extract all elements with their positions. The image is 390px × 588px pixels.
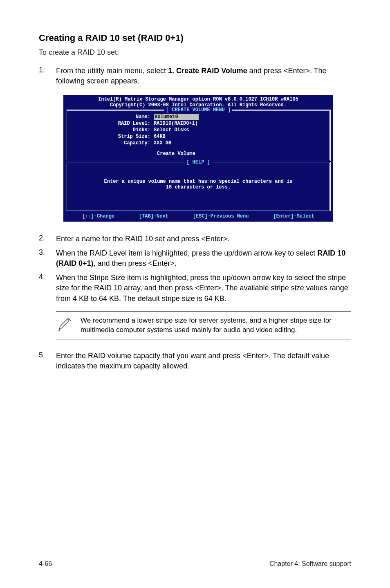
- chapter-title: Chapter 4: Software support: [269, 560, 351, 568]
- step-number: 5.: [39, 351, 56, 371]
- capacity-label: Capacity:: [72, 140, 154, 146]
- page-heading: Creating a RAID 10 set (RAID 0+1): [39, 33, 351, 43]
- bios-title: Intel(R) Matrix Storage Manager option R…: [66, 97, 331, 102]
- step3-suffix: , and then press <Enter>.: [94, 259, 177, 267]
- step-text: When the RAID Level item is highlighted,…: [56, 248, 351, 269]
- step1-bold: 1. Create RAID Volume: [168, 67, 247, 75]
- raid-level-label: RAID Level:: [72, 121, 154, 126]
- name-field[interactable]: Volume10: [154, 114, 325, 120]
- help-frame: [ HELP ] Enter a unique volume name that…: [66, 162, 331, 211]
- step-text: From the utility main menu, select 1. Cr…: [56, 66, 351, 86]
- page-footer: 4-66 Chapter 4: Software support: [39, 560, 351, 568]
- footer-prev: [ESC]-Previous Menu: [193, 213, 249, 219]
- step-text: When the Stripe Size item is highlighted…: [56, 273, 351, 304]
- bios-screenshot: Intel(R) Matrix Storage Manager option R…: [63, 95, 333, 222]
- step-number: 4.: [39, 273, 56, 304]
- help-legend: [ HELP ]: [185, 159, 212, 165]
- step3-prefix: When the RAID Level item is highlighted,…: [56, 249, 317, 257]
- name-label: Name:: [72, 114, 154, 120]
- disks-label: Disks:: [72, 127, 154, 133]
- note-box: We recommend a lower stripe size for ser…: [56, 311, 351, 340]
- strip-size-label: Strip Size:: [72, 134, 154, 139]
- step-number: 2.: [39, 234, 56, 244]
- create-volume-legend: [ CREATE VOLUME MENU ]: [164, 107, 232, 113]
- step-number: 1.: [39, 66, 56, 86]
- bios-footer: [↑↓]-Change [TAB]-Next [ESC]-Previous Me…: [66, 212, 331, 222]
- footer-select: [Enter]-Select: [273, 213, 314, 219]
- help-line2: 16 characters or less.: [72, 184, 325, 190]
- help-line1: Enter a unique volume name that has no s…: [72, 179, 325, 184]
- page-number: 4-66: [39, 560, 52, 568]
- intro-text: To create a RAID 10 set:: [39, 47, 351, 58]
- step-text: Enter the RAID volume capacity that you …: [56, 351, 351, 371]
- footer-change: [↑↓]-Change: [82, 213, 114, 219]
- name-value: Volume10: [154, 114, 199, 120]
- note-text: We recommend a lower stripe size for ser…: [81, 316, 351, 335]
- note-pencil-icon: [56, 316, 74, 332]
- capacity-value[interactable]: XXX GB: [154, 140, 325, 146]
- create-volume-action[interactable]: Create Volume: [157, 151, 325, 157]
- step1-prefix: From the utility main menu, select: [56, 67, 168, 75]
- step-text: Enter a name for the RAID 10 set and pre…: [56, 234, 229, 244]
- step-number: 3.: [39, 248, 56, 269]
- footer-next: [TAB]-Next: [139, 213, 168, 219]
- create-volume-frame: [ CREATE VOLUME MENU ] Name: Volume10 RA…: [66, 110, 331, 161]
- disks-value[interactable]: Select Disks: [154, 127, 325, 133]
- strip-size-value[interactable]: 64KB: [154, 134, 325, 139]
- raid-level-value[interactable]: RAID10(RAID0+1): [154, 121, 325, 126]
